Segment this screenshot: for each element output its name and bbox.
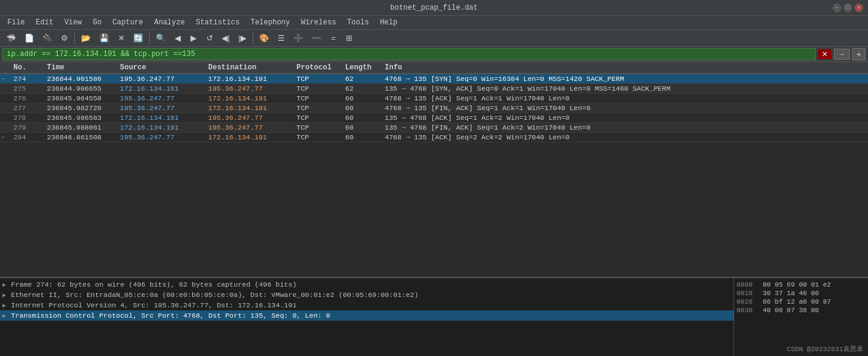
detail-text: Transmission Control Protocol, Src Port:… [11, 312, 331, 319]
row-no: 276 [11, 94, 44, 102]
toolbar-interface[interactable]: 🔌 [39, 32, 56, 44]
toolbar-prev[interactable]: ◀ [170, 32, 185, 44]
row-info: 135 → 4768 [ACK] Seq=1 Ack=2 Win=17040 L… [382, 114, 868, 122]
row-source: 195.36.247.77 [117, 133, 206, 141]
maximize-button[interactable]: □ [844, 4, 852, 12]
expand-icon: ▶ [2, 291, 11, 299]
expand-icon: ▶ [2, 302, 11, 309]
minimize-button[interactable]: – [833, 4, 841, 12]
packet-table-header: No. Time Source Destination Protocol Len… [0, 62, 868, 74]
detail-text: Internet Protocol Version 4, Src: 195.36… [11, 301, 296, 309]
menu-go[interactable]: Go [88, 17, 106, 28]
hex-row: 0000 00 05 69 00 01 e2 [737, 281, 866, 289]
filter-arrow-button[interactable]: → [834, 49, 850, 60]
row-length: 62 [343, 75, 382, 83]
header-no: No. [11, 63, 44, 72]
row-time: 236845.982720 [44, 104, 117, 112]
toolbar-colorize[interactable]: 🎨 [256, 32, 273, 44]
menu-file[interactable]: File [2, 17, 30, 28]
toolbar-save[interactable]: 💾 [96, 32, 113, 44]
row-no: 275 [11, 85, 44, 92]
expand-icon: ▶ [2, 312, 11, 319]
detail-row[interactable]: ▶ Frame 274: 62 bytes on wire (496 bits)… [0, 279, 733, 290]
toolbar-reload[interactable]: 🔄 [130, 32, 147, 44]
row-info: 135 → 4768 [SYN, ACK] Seq=0 Ack=1 Win=17… [382, 85, 868, 92]
window-title: botnet_pcap_file.dat [390, 4, 478, 12]
menu-capture[interactable]: Capture [108, 17, 148, 28]
row-length: 62 [343, 85, 382, 92]
hex-offset: 0010 [737, 290, 758, 297]
menu-help[interactable]: Help [375, 17, 402, 28]
row-time: 236844.906655 [44, 85, 117, 92]
filter-clear-button[interactable]: ✕ [818, 49, 831, 59]
menu-tools[interactable]: Tools [342, 17, 374, 28]
toolbar-columns[interactable]: ⊞ [342, 32, 357, 44]
row-destination: 172.16.134.191 [206, 94, 294, 102]
table-row[interactable]: 276 236845.964550 195.36.247.77 172.16.1… [0, 94, 868, 103]
main-content: No. Time Source Destination Protocol Len… [0, 62, 868, 356]
toolbar-next[interactable]: ▶ [186, 32, 201, 44]
menu-edit[interactable]: Edit [31, 17, 58, 28]
menu-telephony[interactable]: Telephony [246, 17, 295, 28]
watermark: CSDN @20232831袁思承 [787, 344, 863, 354]
detail-row[interactable]: ▶ Internet Protocol Version 4, Src: 195.… [0, 300, 733, 310]
hex-bytes: 30 37 1a 40 00 [763, 290, 866, 297]
table-row[interactable]: 278 236845.986583 172.16.134.191 195.36.… [0, 113, 868, 123]
hex-offset: 0000 [737, 281, 758, 288]
row-info: 4768 → 135 [SYN] Seq=0 Win=16384 Len=0 M… [382, 75, 868, 83]
toolbar-file[interactable]: 📄 [21, 32, 38, 44]
filter-input[interactable] [2, 48, 816, 60]
hex-row: 0030 40 00 07 38 00 [737, 306, 866, 315]
detail-panel: ▶ Frame 274: 62 bytes on wire (496 bits)… [0, 277, 868, 356]
toolbar-find[interactable]: 🔍 [152, 32, 169, 44]
row-length: 60 [343, 124, 382, 131]
row-source: 195.36.247.77 [117, 94, 206, 102]
row-destination: 195.36.247.77 [206, 124, 294, 131]
row-arrow: – [0, 75, 11, 83]
toolbar-zoom-out[interactable]: ➖ [308, 32, 325, 44]
toolbar-options[interactable]: ⚙ [57, 32, 72, 44]
row-source: 172.16.134.191 [117, 124, 206, 131]
row-info: 135 → 4768 [FIN, ACK] Seq=1 Ack=2 Win=17… [382, 124, 868, 131]
row-destination: 172.16.134.191 [206, 133, 294, 141]
menu-statistics[interactable]: Statistics [191, 17, 245, 28]
row-destination: 195.36.247.77 [206, 114, 294, 122]
row-length: 60 [343, 104, 382, 112]
detail-row[interactable]: ▶ Transmission Control Protocol, Src Por… [0, 310, 733, 321]
toolbar-zoom-in[interactable]: ➕ [290, 32, 307, 44]
table-row[interactable]: – 274 236844.901586 195.36.247.77 172.16… [0, 74, 868, 84]
toolbar: 🦈 📄 🔌 ⚙ 📂 💾 ✕ 🔄 🔍 ◀ ▶ ↺ ◀| |▶ 🎨 ☰ ➕ ➖ = … [0, 30, 868, 47]
row-destination: 195.36.247.77 [206, 85, 294, 92]
toolbar-autoscroll[interactable]: ☰ [274, 32, 289, 44]
packet-rows: – 274 236844.901586 195.36.247.77 172.16… [0, 74, 868, 277]
toolbar-back[interactable]: ◀| [218, 32, 233, 44]
row-time: 236844.901586 [44, 75, 117, 83]
hex-bytes: 00 05 69 00 01 e2 [763, 281, 866, 288]
row-no: 284 [11, 133, 44, 141]
row-arrow [0, 94, 11, 102]
close-button[interactable]: ✕ [855, 4, 863, 12]
menu-bar: File Edit View Go Capture Analyze Statis… [0, 16, 868, 30]
toolbar-close[interactable]: ✕ [114, 32, 128, 44]
filter-add-button[interactable]: + [852, 48, 866, 60]
menu-wireless[interactable]: Wireless [296, 17, 341, 28]
toolbar-forward[interactable]: |▶ [234, 32, 250, 44]
table-row[interactable]: 279 236845.988061 172.16.134.191 195.36.… [0, 123, 868, 133]
detail-row[interactable]: ▶ Ethernet II, Src: EntradaN_05:ce:0a (0… [0, 290, 733, 300]
menu-view[interactable]: View [60, 17, 87, 28]
toolbar-zoom-reset[interactable]: = [326, 32, 341, 44]
toolbar-sep-2 [149, 32, 150, 44]
row-source: 195.36.247.77 [117, 104, 206, 112]
toolbar-sep-1 [74, 32, 75, 44]
row-source: 172.16.134.191 [117, 114, 206, 122]
table-row[interactable]: – 284 236846.861508 195.36.247.77 172.16… [0, 133, 868, 142]
toolbar-first[interactable]: ↺ [202, 32, 217, 44]
toolbar-open[interactable]: 📂 [77, 32, 94, 44]
row-info: 4768 → 135 [ACK] Seq=1 Ack=1 Win=17040 L… [382, 94, 868, 102]
table-row[interactable]: 275 236844.906655 172.16.134.191 195.36.… [0, 84, 868, 94]
row-destination: 172.16.134.191 [206, 104, 294, 112]
table-row[interactable]: 277 236845.982720 195.36.247.77 172.16.1… [0, 103, 868, 113]
toolbar-shark[interactable]: 🦈 [2, 32, 19, 44]
menu-analyze[interactable]: Analyze [149, 17, 189, 28]
row-info: 4768 → 135 [ACK] Seq=2 Ack=2 Win=17040 L… [382, 133, 868, 141]
